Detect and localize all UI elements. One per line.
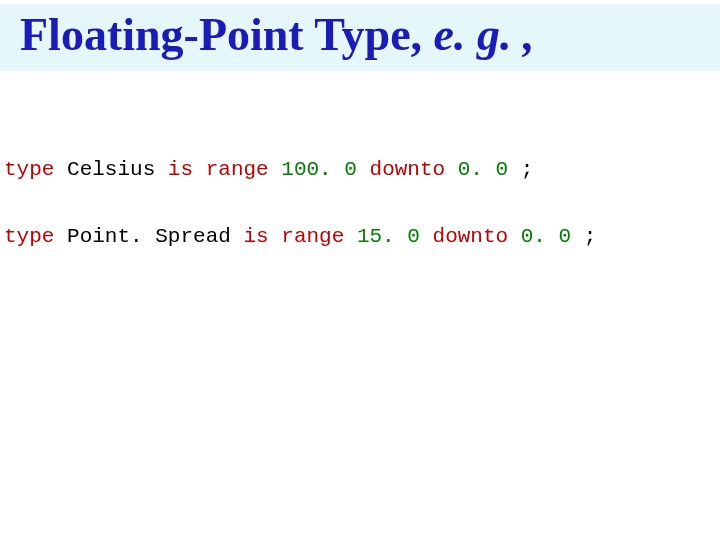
code-block: type Celsius is range 100. 0 downto 0. 0…	[0, 157, 720, 249]
keyword-is: is	[243, 225, 268, 248]
slide-title-main: Floating-Point Type,	[20, 9, 434, 60]
keyword-downto: downto	[433, 225, 509, 248]
keyword-is: is	[168, 158, 193, 181]
slide: Floating-Point Type, e. g. , type Celsiu…	[0, 4, 720, 540]
number-literal: 15. 0	[357, 225, 420, 248]
keyword-downto: downto	[370, 158, 446, 181]
keyword-range: range	[206, 158, 269, 181]
title-band: Floating-Point Type, e. g. ,	[0, 4, 720, 71]
number-literal: 0. 0	[458, 158, 508, 181]
number-literal: 100. 0	[281, 158, 357, 181]
semicolon: ;	[571, 225, 596, 248]
keyword-range: range	[281, 225, 344, 248]
identifier: Celsius	[54, 158, 167, 181]
identifier: Point. Spread	[54, 225, 243, 248]
keyword-type: type	[4, 158, 54, 181]
code-line-1: type Celsius is range 100. 0 downto 0. 0…	[4, 157, 716, 182]
code-line-2: type Point. Spread is range 15. 0 downto…	[4, 224, 716, 249]
semicolon: ;	[508, 158, 533, 181]
number-literal: 0. 0	[521, 225, 571, 248]
keyword-type: type	[4, 225, 54, 248]
slide-title-eg: e. g. ,	[434, 9, 535, 60]
